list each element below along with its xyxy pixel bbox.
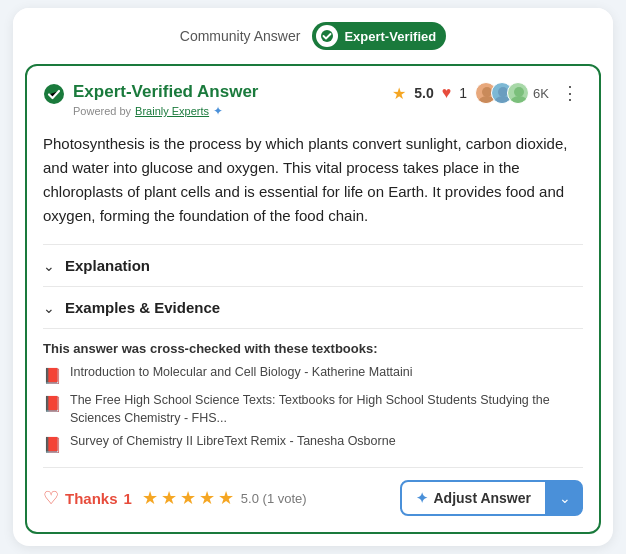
- adjust-answer-button[interactable]: ✦ Adjust Answer: [400, 480, 548, 516]
- book-icon: 📕: [43, 365, 62, 386]
- vote-info: 5.0 (1 vote): [241, 491, 307, 506]
- book-icon: 📕: [43, 393, 62, 414]
- expert-verified-label: Expert-Verified: [344, 29, 436, 44]
- answer-body: Photosynthesis is the process by which p…: [43, 132, 583, 228]
- thanks-heart-icon: ♡: [43, 487, 59, 509]
- view-count: 6K: [533, 86, 549, 101]
- more-options-button[interactable]: ⋮: [557, 82, 583, 104]
- star-1: ★: [142, 487, 158, 509]
- answer-card: Expert-Verified Answer Powered by Brainl…: [25, 64, 601, 534]
- textbook-title: The Free High School Science Texts: Text…: [70, 392, 583, 427]
- textbook-item: 📕 The Free High School Science Texts: Te…: [43, 392, 583, 427]
- textbook-item: 📕 Survey of Chemistry II LibreText Remix…: [43, 433, 583, 455]
- star-2: ★: [161, 487, 177, 509]
- chevron-down-icon: ⌄: [43, 258, 55, 274]
- star-3: ★: [180, 487, 196, 509]
- textbooks-section: This answer was cross-checked with these…: [43, 328, 583, 455]
- answer-title: Expert-Verified Answer: [73, 82, 259, 102]
- diamond-icon: ✦: [213, 104, 223, 118]
- powered-by: Powered by Brainly Experts ✦: [73, 104, 259, 118]
- toggle-bar: Community Answer Expert-Verified: [13, 8, 613, 64]
- verified-check-icon: [43, 83, 65, 111]
- svg-point-6: [514, 87, 524, 97]
- thanks-count: 1: [124, 490, 132, 507]
- expert-verified-toggle[interactable]: Expert-Verified: [312, 22, 446, 50]
- community-answer-label: Community Answer: [180, 28, 301, 44]
- star-4: ★: [199, 487, 215, 509]
- explanation-label: Explanation: [65, 257, 150, 274]
- chevron-down-icon: ⌄: [559, 490, 571, 506]
- adjust-label: Adjust Answer: [434, 490, 532, 506]
- svg-point-7: [510, 96, 528, 104]
- thanks-label: Thanks: [65, 490, 118, 507]
- examples-section[interactable]: ⌄ Examples & Evidence: [43, 286, 583, 328]
- adjust-diamond-icon: ✦: [416, 490, 428, 506]
- book-icon: 📕: [43, 434, 62, 455]
- header-right: ★ 5.0 ♥ 1 6K: [392, 82, 583, 104]
- textbook-title: Survey of Chemistry II LibreText Remix -…: [70, 433, 396, 451]
- powered-by-text: Powered by: [73, 105, 131, 117]
- chevron-down-icon: ⌄: [43, 300, 55, 316]
- toggle-check-icon: [316, 25, 338, 47]
- avatars: 6K: [475, 82, 549, 104]
- explanation-section[interactable]: ⌄ Explanation: [43, 244, 583, 286]
- header-left: Expert-Verified Answer Powered by Brainl…: [43, 82, 259, 118]
- textbooks-label: This answer was cross-checked with these…: [43, 341, 583, 356]
- title-group: Expert-Verified Answer Powered by Brainl…: [73, 82, 259, 118]
- expand-button[interactable]: ⌄: [547, 480, 583, 516]
- textbook-title: Introduction to Molecular and Cell Biolo…: [70, 364, 413, 382]
- examples-label: Examples & Evidence: [65, 299, 220, 316]
- heart-icon: ♥: [442, 84, 452, 102]
- textbook-item: 📕 Introduction to Molecular and Cell Bio…: [43, 364, 583, 386]
- avatar: [507, 82, 529, 104]
- thanks-button[interactable]: ♡ Thanks 1: [43, 487, 132, 509]
- heart-count: 1: [459, 85, 467, 101]
- right-actions: ✦ Adjust Answer ⌄: [400, 480, 584, 516]
- brainly-experts-link[interactable]: Brainly Experts: [135, 105, 209, 117]
- rating-value: 5.0: [414, 85, 433, 101]
- card-footer: ♡ Thanks 1 ★ ★ ★ ★ ★ 5.0 (1 vote) ✦ Adju…: [43, 467, 583, 516]
- rating-stars: ★ ★ ★ ★ ★ 5.0 (1 vote): [142, 487, 307, 509]
- star-5: ★: [218, 487, 234, 509]
- answer-header: Expert-Verified Answer Powered by Brainl…: [43, 82, 583, 118]
- avatar-stack: [475, 82, 523, 104]
- star-icon: ★: [392, 84, 406, 103]
